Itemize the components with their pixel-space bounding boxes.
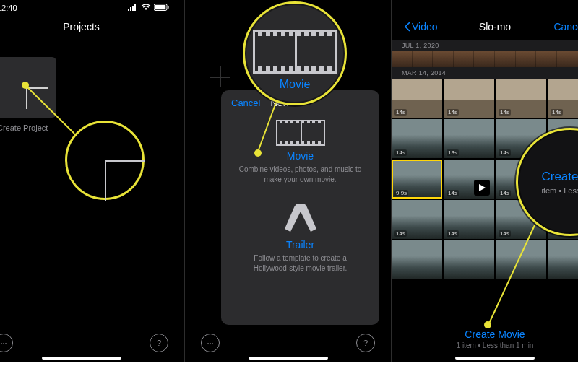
- screen-new-project: Movie Cancel New Movie Combine videos, p…: [185, 0, 392, 362]
- filmstrip-icon: [253, 30, 337, 74]
- spotlights-icon: [277, 200, 324, 235]
- movie-label: Movie: [280, 78, 311, 91]
- trailer-option-desc: Follow a template to create a Hollywood-…: [236, 253, 366, 273]
- home-indicator: [42, 357, 121, 360]
- create-movie-meta: item • Less than 1 m: [541, 186, 578, 195]
- svg-point-12: [299, 204, 306, 211]
- svg-line-7: [25, 85, 79, 139]
- home-indicator: [249, 357, 328, 360]
- magnifier-plus: [65, 121, 144, 200]
- svg-line-14: [488, 225, 535, 326]
- help-button[interactable]: ?: [356, 334, 375, 352]
- option-trailer[interactable]: Trailer Follow a template to create a Ho…: [231, 200, 369, 273]
- more-button[interactable]: ···: [0, 334, 13, 352]
- help-button[interactable]: ?: [150, 334, 168, 352]
- create-movie-label: Create Movie: [541, 170, 578, 184]
- screen-media-picker: Video Slo-mo Cancel JUL 1, 2020 MAR 14, …: [392, 0, 578, 362]
- magnifier-movie: Movie: [243, 1, 347, 105]
- svg-line-8: [258, 103, 276, 152]
- screen-projects: 12:40 Projects Create Projec: [0, 0, 185, 362]
- trailer-option-label: Trailer: [286, 239, 314, 251]
- more-button[interactable]: ···: [201, 334, 220, 352]
